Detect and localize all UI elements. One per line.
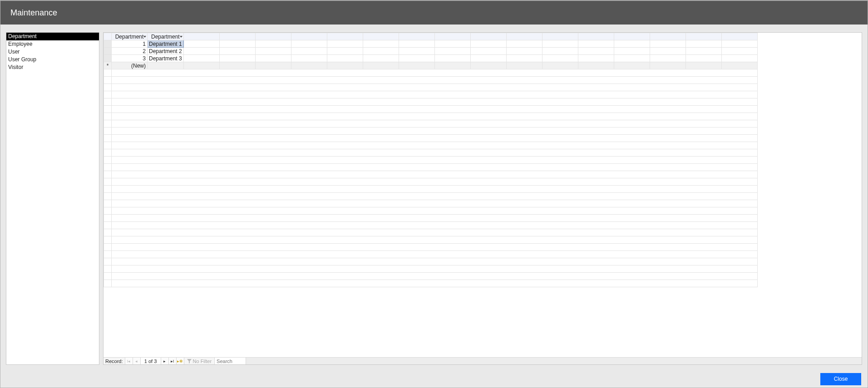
cell-empty[interactable] xyxy=(183,48,219,55)
cell-id[interactable]: 3 xyxy=(112,55,148,62)
cell-empty[interactable] xyxy=(470,48,506,55)
cell-empty[interactable] xyxy=(255,55,291,62)
cell-empty[interactable] xyxy=(434,55,470,62)
column-header-id[interactable]: Department xyxy=(112,33,148,40)
cell-empty[interactable] xyxy=(470,55,506,62)
search-box[interactable] xyxy=(215,358,246,364)
cell-empty[interactable] xyxy=(219,55,255,62)
column-header-name[interactable]: Department xyxy=(148,33,184,40)
sidebar-item-employee[interactable]: Employee xyxy=(6,40,99,48)
cell-empty[interactable] xyxy=(219,40,255,48)
cell-empty[interactable] xyxy=(578,62,614,69)
cell-empty[interactable] xyxy=(219,48,255,55)
column-header-blank[interactable] xyxy=(650,33,686,40)
cell-empty[interactable] xyxy=(219,62,255,69)
cell-empty[interactable] xyxy=(327,48,363,55)
cell-empty[interactable] xyxy=(399,40,434,48)
record-position-box[interactable]: 1 of 3 xyxy=(141,358,161,364)
cell-empty[interactable] xyxy=(291,62,327,69)
cell-empty[interactable] xyxy=(542,62,578,69)
cell-empty[interactable] xyxy=(327,40,363,48)
new-record-row[interactable]: * (New) xyxy=(104,62,758,69)
column-header-blank[interactable] xyxy=(363,33,399,40)
cell-name[interactable]: Department 2 xyxy=(148,48,184,55)
cell-id[interactable]: 1 xyxy=(112,40,148,48)
column-header-blank[interactable] xyxy=(219,33,255,40)
cell-empty[interactable] xyxy=(363,62,399,69)
row-selector[interactable] xyxy=(104,48,112,55)
nav-new-button[interactable]: ▸✻ xyxy=(177,358,184,364)
cell-empty[interactable] xyxy=(291,48,327,55)
cell-empty[interactable] xyxy=(363,48,399,55)
cell-empty[interactable] xyxy=(614,62,650,69)
cell-empty[interactable] xyxy=(578,55,614,62)
cell-name[interactable] xyxy=(148,62,184,69)
column-header-blank[interactable] xyxy=(327,33,363,40)
cell-empty[interactable] xyxy=(434,40,470,48)
cell-empty[interactable] xyxy=(399,48,434,55)
cell-empty[interactable] xyxy=(255,40,291,48)
cell-empty[interactable] xyxy=(327,55,363,62)
cell-empty[interactable] xyxy=(721,48,757,55)
cell-empty[interactable] xyxy=(327,62,363,69)
row-selector[interactable] xyxy=(104,40,112,48)
sidebar-item-user-group[interactable]: User Group xyxy=(6,56,99,64)
sidebar-item-user[interactable]: User xyxy=(6,48,99,56)
nav-next-button[interactable]: ▸ xyxy=(161,358,169,364)
cell-name[interactable]: Department 1 xyxy=(148,40,184,48)
cell-empty[interactable] xyxy=(291,55,327,62)
datasheet-scroll[interactable]: Department Department xyxy=(104,33,862,357)
sidebar-item-department[interactable]: Department xyxy=(6,33,99,40)
cell-id[interactable]: 2 xyxy=(112,48,148,55)
cell-empty[interactable] xyxy=(183,55,219,62)
column-header-blank[interactable] xyxy=(291,33,327,40)
cell-empty[interactable] xyxy=(614,40,650,48)
cell-empty[interactable] xyxy=(686,48,721,55)
horizontal-scrollbar[interactable] xyxy=(246,358,862,364)
chevron-down-icon[interactable] xyxy=(180,36,182,38)
cell-name[interactable]: Department 3 xyxy=(148,55,184,62)
nav-prev-button[interactable]: ◂ xyxy=(133,358,141,364)
nav-first-button[interactable]: I◂ xyxy=(125,358,133,364)
cell-empty[interactable] xyxy=(506,62,542,69)
cell-empty[interactable] xyxy=(363,55,399,62)
chevron-down-icon[interactable] xyxy=(143,36,146,38)
column-header-blank[interactable] xyxy=(255,33,291,40)
cell-empty[interactable] xyxy=(686,55,721,62)
column-header-blank[interactable] xyxy=(614,33,650,40)
cell-empty[interactable] xyxy=(255,62,291,69)
new-row-id-label[interactable]: (New) xyxy=(112,62,148,69)
cell-empty[interactable] xyxy=(399,62,434,69)
cell-empty[interactable] xyxy=(506,55,542,62)
cell-empty[interactable] xyxy=(255,48,291,55)
column-header-blank[interactable] xyxy=(721,33,757,40)
cell-empty[interactable] xyxy=(506,48,542,55)
cell-empty[interactable] xyxy=(542,55,578,62)
cell-empty[interactable] xyxy=(614,55,650,62)
row-selector[interactable] xyxy=(104,55,112,62)
cell-empty[interactable] xyxy=(686,62,721,69)
cell-empty[interactable] xyxy=(542,48,578,55)
sidebar-item-visitor[interactable]: Visitor xyxy=(6,64,99,71)
nav-last-button[interactable]: ▸I xyxy=(169,358,177,364)
select-all-cell[interactable] xyxy=(104,33,112,40)
cell-empty[interactable] xyxy=(721,55,757,62)
cell-empty[interactable] xyxy=(399,55,434,62)
table-row[interactable]: 1 Department 1 xyxy=(104,40,758,48)
new-row-marker[interactable]: * xyxy=(104,62,112,69)
cell-empty[interactable] xyxy=(614,48,650,55)
filter-indicator[interactable]: No Filter xyxy=(184,358,215,364)
cell-empty[interactable] xyxy=(434,48,470,55)
column-header-blank[interactable] xyxy=(434,33,470,40)
cell-empty[interactable] xyxy=(650,55,686,62)
cell-empty[interactable] xyxy=(183,40,219,48)
cell-empty[interactable] xyxy=(291,40,327,48)
cell-empty[interactable] xyxy=(578,48,614,55)
column-header-blank[interactable] xyxy=(578,33,614,40)
table-row[interactable]: 3 Department 3 xyxy=(104,55,758,62)
cell-empty[interactable] xyxy=(686,40,721,48)
column-header-blank[interactable] xyxy=(183,33,219,40)
cell-empty[interactable] xyxy=(650,40,686,48)
cell-empty[interactable] xyxy=(506,40,542,48)
cell-empty[interactable] xyxy=(650,62,686,69)
